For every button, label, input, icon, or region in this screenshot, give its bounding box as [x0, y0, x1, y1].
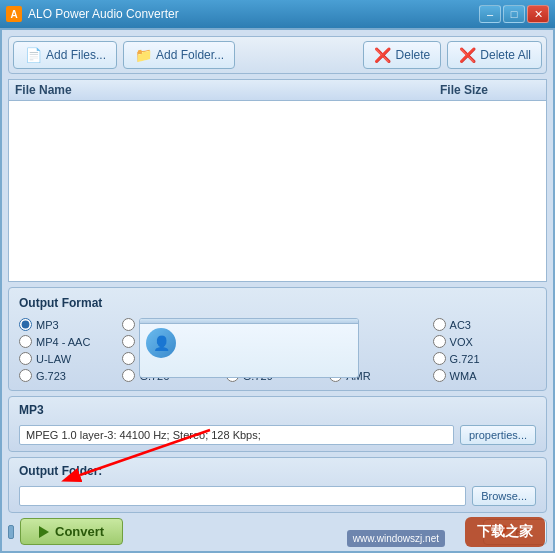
column-filename: File Name — [15, 83, 440, 97]
toolbar: 📄 Add Files... 📁 Add Folder... ❌ Delete … — [8, 36, 547, 74]
add-folder-button[interactable]: 📁 Add Folder... — [123, 41, 235, 69]
progress-bar — [8, 525, 14, 539]
folder-input[interactable] — [19, 486, 466, 506]
dropdown-body: 👤 — [140, 324, 358, 362]
format-g723[interactable]: G.723 — [19, 369, 122, 382]
window-title: ALO Power Audio Converter — [28, 7, 479, 21]
convert-button[interactable]: Convert — [20, 518, 123, 545]
delete-icon: ❌ — [374, 46, 392, 64]
delete-button[interactable]: ❌ Delete — [363, 41, 442, 69]
bottom-bar: Convert ❓ H... — [8, 518, 547, 545]
properties-button[interactable]: properties... — [460, 425, 536, 445]
format-dropdown-overlay[interactable]: 👤 — [139, 318, 359, 378]
app-icon: A — [6, 6, 22, 22]
column-filesize: File Size — [440, 83, 540, 97]
minimize-button[interactable]: – — [479, 5, 501, 23]
file-list-container: File Name File Size — [8, 79, 547, 282]
output-format-section: Output Format MP3 MP 👤 — [8, 287, 547, 391]
format-mp4aac[interactable]: MP4 - AAC — [19, 335, 122, 348]
output-folder-label: Output Folder: — [19, 464, 536, 478]
help-button[interactable]: ❓ H... — [483, 519, 547, 545]
add-files-button[interactable]: 📄 Add Files... — [13, 41, 117, 69]
add-files-icon: 📄 — [24, 46, 42, 64]
format-ac3[interactable]: AC3 — [433, 318, 536, 331]
close-button[interactable]: ✕ — [527, 5, 549, 23]
format-wma[interactable]: WMA — [433, 369, 536, 382]
maximize-button[interactable]: □ — [503, 5, 525, 23]
format-vox[interactable]: VOX — [433, 335, 536, 348]
mp3-section: MP3 MPEG 1.0 layer-3: 44100 Hz; Stereo; … — [8, 396, 547, 452]
output-format-label: Output Format — [19, 296, 536, 310]
file-list-header: File Name File Size — [9, 80, 546, 101]
main-window: 📄 Add Files... 📁 Add Folder... ❌ Delete … — [0, 28, 555, 553]
format-ulaw[interactable]: U-LAW — [19, 352, 122, 365]
folder-row: Browse... — [19, 486, 536, 506]
mp3-label: MP3 — [19, 403, 536, 417]
format-mp3[interactable]: MP3 — [19, 318, 122, 331]
mp3-info-field: MPEG 1.0 layer-3: 44100 Hz; Stereo; 128 … — [19, 425, 454, 445]
mp3-info-row: MPEG 1.0 layer-3: 44100 Hz; Stereo; 128 … — [19, 425, 536, 445]
file-list-body[interactable] — [9, 101, 546, 281]
add-folder-icon: 📁 — [134, 46, 152, 64]
format-grid: MP3 MP 👤 AC3 — [19, 318, 536, 382]
delete-all-button[interactable]: ❌ Delete All — [447, 41, 542, 69]
help-icon: ❓ — [496, 525, 511, 539]
title-bar: A ALO Power Audio Converter – □ ✕ — [0, 0, 555, 28]
format-g721[interactable]: G.721 — [433, 352, 536, 365]
avatar: 👤 — [146, 328, 176, 358]
window-controls: – □ ✕ — [479, 5, 549, 23]
delete-all-icon: ❌ — [458, 46, 476, 64]
play-icon — [39, 526, 49, 538]
output-folder-section: Output Folder: Browse... — [8, 457, 547, 513]
browse-button[interactable]: Browse... — [472, 486, 536, 506]
